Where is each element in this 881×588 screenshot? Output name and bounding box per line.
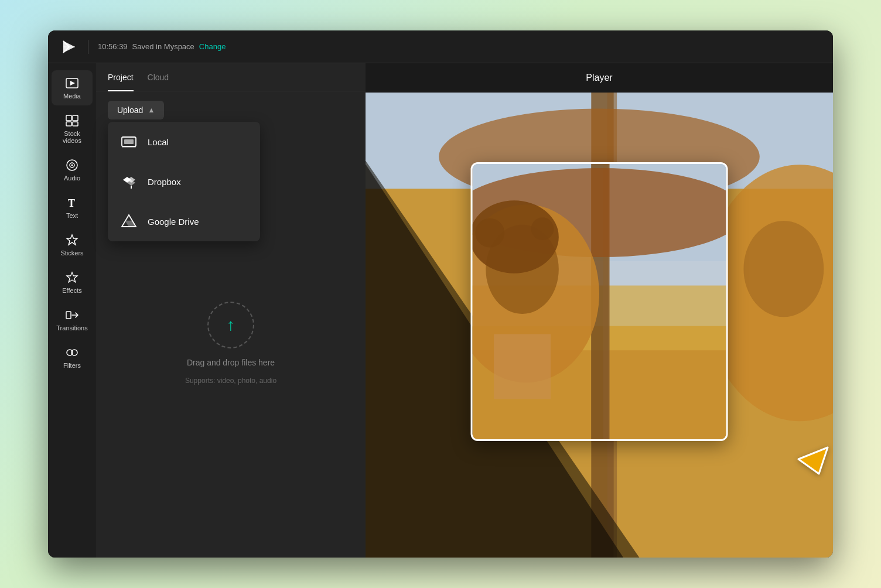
svg-point-9 xyxy=(71,165,73,166)
svg-text:T: T xyxy=(68,197,75,209)
saved-text: Saved in Myspace xyxy=(132,42,194,51)
upload-button[interactable]: Upload ▲ xyxy=(108,101,164,119)
sidebar-item-stock-videos[interactable]: Stock videos xyxy=(52,108,93,150)
sidebar-item-media[interactable]: Media xyxy=(52,70,93,105)
local-icon xyxy=(119,132,138,151)
sidebar-item-stickers[interactable]: Stickers xyxy=(52,227,93,262)
sidebar-item-transitions[interactable]: Transitions xyxy=(52,302,93,337)
svg-marker-12 xyxy=(67,272,77,282)
dropbox-label: Dropbox xyxy=(148,177,181,187)
sidebar: Media Stock videos xyxy=(48,63,96,558)
svg-rect-42 xyxy=(494,334,551,399)
sidebar-label-effects: Effects xyxy=(62,287,81,294)
svg-rect-17 xyxy=(124,139,134,144)
svg-marker-11 xyxy=(67,235,77,245)
sidebar-item-filters[interactable]: Filters xyxy=(52,340,93,375)
panel: Project Cloud Upload ▲ xyxy=(96,63,366,558)
sidebar-item-effects[interactable]: Effects xyxy=(52,265,93,300)
svg-rect-13 xyxy=(66,312,71,319)
google-drive-label: Google Drive xyxy=(148,217,199,227)
sidebar-label-stickers: Stickers xyxy=(60,249,83,257)
player-area: Player xyxy=(366,63,833,558)
dropdown-item-local[interactable]: Local xyxy=(108,122,260,162)
floating-preview xyxy=(471,162,728,441)
change-link[interactable]: Change xyxy=(199,42,226,51)
app-logo xyxy=(60,37,78,56)
dropbox-icon xyxy=(119,172,138,191)
svg-rect-4 xyxy=(73,115,78,121)
audio-icon xyxy=(65,158,79,172)
drag-drop-text: Drag and drop files here xyxy=(187,358,275,367)
filters-icon xyxy=(65,346,79,360)
sidebar-label-filters: Filters xyxy=(63,362,81,369)
transitions-icon xyxy=(65,308,79,322)
svg-marker-43 xyxy=(798,447,828,474)
svg-marker-2 xyxy=(70,81,75,86)
stock-videos-icon xyxy=(65,114,79,128)
app-window: 10:56:39 Saved in Myspace Change Media xyxy=(48,30,833,558)
title-bar: 10:56:39 Saved in Myspace Change xyxy=(48,30,833,63)
effects-icon xyxy=(65,271,79,285)
sidebar-label-media: Media xyxy=(63,93,81,100)
player-content xyxy=(366,93,833,558)
title-divider xyxy=(88,40,88,54)
svg-point-40 xyxy=(475,218,504,248)
svg-rect-6 xyxy=(73,122,78,126)
sidebar-label-audio: Audio xyxy=(64,175,80,182)
timestamp: 10:56:39 xyxy=(98,42,128,51)
svg-point-41 xyxy=(531,217,554,240)
upload-arrow-icon: ↑ xyxy=(227,316,235,334)
local-label: Local xyxy=(148,137,169,147)
sidebar-label-text: Text xyxy=(66,212,78,219)
panel-tabs: Project Cloud xyxy=(96,63,366,91)
upload-dropdown: Local Dropbox xyxy=(108,122,260,241)
svg-point-27 xyxy=(743,221,824,317)
dropdown-item-google-drive[interactable]: Google Drive xyxy=(108,201,260,241)
text-icon: T xyxy=(65,196,79,210)
google-drive-icon xyxy=(119,212,138,231)
svg-rect-5 xyxy=(66,122,71,126)
sidebar-label-stock-videos: Stock videos xyxy=(55,130,89,144)
preview-inner xyxy=(473,164,726,439)
svg-rect-18 xyxy=(122,146,136,148)
sidebar-label-transitions: Transitions xyxy=(56,324,87,331)
tab-cloud[interactable]: Cloud xyxy=(148,63,169,91)
dropdown-item-dropbox[interactable]: Dropbox xyxy=(108,162,260,201)
upload-circle: ↑ xyxy=(207,302,254,348)
chevron-up-icon: ▲ xyxy=(148,106,155,114)
tab-project[interactable]: Project xyxy=(108,63,134,91)
media-icon xyxy=(65,76,79,90)
sidebar-item-audio[interactable]: Audio xyxy=(52,152,93,187)
stickers-icon xyxy=(65,233,79,247)
svg-rect-3 xyxy=(66,115,71,121)
player-title: Player xyxy=(366,63,833,93)
support-text: Supports: video, photo, audio xyxy=(185,377,276,385)
sidebar-item-text[interactable]: T Text xyxy=(52,190,93,225)
main-content: Media Stock videos xyxy=(48,63,833,558)
title-info: 10:56:39 Saved in Myspace Change xyxy=(98,42,226,51)
upload-label: Upload xyxy=(117,105,143,115)
